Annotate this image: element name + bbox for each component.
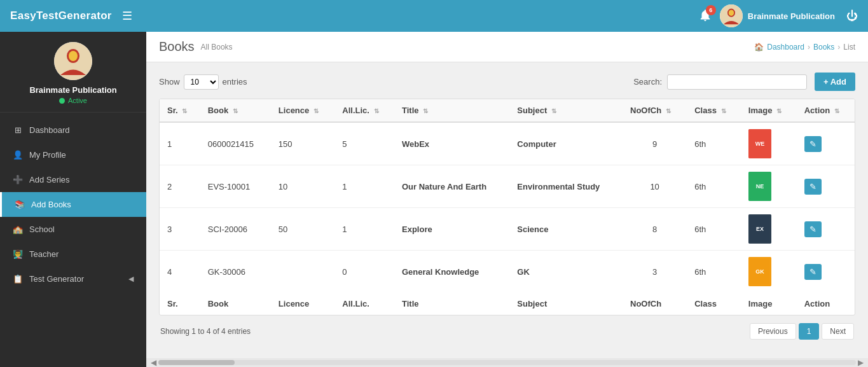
add-button[interactable]: + Add [815, 73, 855, 91]
chevron-left-icon: ◀ [128, 275, 134, 283]
sidebar-item-teacher[interactable]: 👨‍🏫 Teacher [0, 242, 146, 267]
svg-point-2 [729, 10, 734, 16]
breadcrumb-dashboard-link[interactable]: Dashboard [767, 43, 804, 52]
content-area: Show 10 25 50 100 entries Search: + Add [146, 62, 868, 358]
sidebar-status: Active [59, 97, 87, 104]
cell-sr: 4 [160, 251, 200, 293]
cell-action: ✎ [797, 208, 855, 251]
search-label: Search: [633, 77, 662, 87]
page-title-area: Books All Books [159, 39, 233, 54]
breadcrumb-current: List [843, 43, 855, 52]
col-class[interactable]: Class ⇅ [687, 99, 741, 122]
cell-action: ✎ [797, 122, 855, 165]
horizontal-scrollbar[interactable]: ◀ ▶ [146, 358, 868, 367]
cell-all-lic: 1 [334, 208, 394, 251]
teacher-icon: 👨‍🏫 [13, 249, 23, 259]
table-header-row: Sr. ⇅ Book ⇅ Licence ⇅ All.Lic. ⇅ Title … [160, 99, 855, 122]
cell-sr: 1 [160, 122, 200, 165]
notifications-bell[interactable]: 6 [698, 8, 712, 24]
sidebar-item-addbooks[interactable]: 📚 Add Books [0, 192, 146, 217]
col-subject[interactable]: Subject ⇅ [509, 99, 623, 122]
profile-icon: 👤 [13, 150, 23, 160]
sidebar-nav: ⊞ Dashboard 👤 My Profile ➕ Add Series 📚 … [0, 113, 146, 367]
edit-button[interactable]: ✎ [804, 136, 822, 152]
cell-image: WE [741, 122, 797, 165]
entries-select[interactable]: 10 25 50 100 [184, 74, 219, 90]
cell-licence: 150 [271, 122, 334, 165]
edit-button[interactable]: ✎ [804, 264, 822, 280]
col-noofch[interactable]: NoOfCh ⇅ [623, 99, 687, 122]
cell-action: ✎ [797, 165, 855, 208]
footer-image: Image [741, 293, 797, 315]
table-footer: Showing 1 to 4 of 4 entries Previous 1 N… [159, 323, 855, 340]
sidebar-item-myprofile[interactable]: 👤 My Profile [0, 142, 146, 167]
next-button[interactable]: Next [822, 323, 854, 340]
scroll-right-arrow[interactable]: ▶ [856, 358, 865, 367]
table-row: 3 SCI-20006 50 1 Explore Science 8 6th E… [160, 208, 855, 251]
sidebar-item-addseries[interactable]: ➕ Add Series [0, 167, 146, 192]
hamburger-icon[interactable]: ☰ [122, 9, 132, 23]
footer-book: Book [200, 293, 271, 315]
show-entries: Show 10 25 50 100 entries [159, 74, 247, 90]
power-icon[interactable]: ⏻ [846, 10, 858, 23]
cell-book: GK-30006 [200, 251, 271, 293]
col-image[interactable]: Image ⇅ [741, 99, 797, 122]
col-sr: Sr. ⇅ [160, 99, 200, 122]
cell-noofch: 8 [623, 208, 687, 251]
cell-image: EX [741, 208, 797, 251]
book-image: GK [748, 257, 771, 286]
topnav-right: 6 Brainmate Publication ⏻ [698, 4, 858, 27]
cell-subject: Environmental Study [509, 165, 623, 208]
sidebar-item-school[interactable]: 🏫 School [0, 217, 146, 242]
cell-all-lic: 5 [334, 122, 394, 165]
cell-book: SCI-20006 [200, 208, 271, 251]
page-1-button[interactable]: 1 [799, 323, 820, 340]
search-area: Search: [633, 74, 807, 90]
table-row: 2 EVS-10001 10 1 Our Nature And Earth En… [160, 165, 855, 208]
sidebar-profile: Brainmate Publication Active [0, 32, 146, 113]
sidebar-item-label: Dashboard [29, 125, 70, 135]
top-navigation: EasyTestGenerator ☰ 6 Brainmate Publicat… [0, 0, 868, 32]
status-dot [59, 98, 65, 104]
topnav-avatar [720, 4, 743, 27]
edit-button[interactable]: ✎ [804, 179, 822, 195]
sidebar: Brainmate Publication Active ⊞ Dashboard… [0, 32, 146, 367]
sidebar-item-testgenerator[interactable]: 📋 Test Generator ◀ [0, 267, 146, 291]
search-input[interactable] [667, 74, 807, 90]
col-title[interactable]: Title ⇅ [394, 99, 509, 122]
cell-class: 6th [687, 208, 741, 251]
sidebar-item-dashboard[interactable]: ⊞ Dashboard [0, 118, 146, 142]
cell-all-lic: 0 [334, 251, 394, 293]
col-all-lic[interactable]: All.Lic. ⇅ [334, 99, 394, 122]
cell-book: EVS-10001 [200, 165, 271, 208]
books-table: Sr. ⇅ Book ⇅ Licence ⇅ All.Lic. ⇅ Title … [160, 99, 855, 315]
col-licence[interactable]: Licence ⇅ [271, 99, 334, 122]
cell-title: Explore [394, 208, 509, 251]
table-controls: Show 10 25 50 100 entries Search: + Add [159, 73, 855, 91]
cell-image: GK [741, 251, 797, 293]
topnav-left: EasyTestGenerator ☰ [10, 9, 132, 23]
cell-action: ✎ [797, 251, 855, 293]
cell-subject: Science [509, 208, 623, 251]
breadcrumb: 🏠 Dashboard › Books › List [754, 43, 855, 52]
footer-noofch: NoOfCh [623, 293, 687, 315]
svg-text:NE: NE [756, 183, 764, 190]
cell-class: 6th [687, 165, 741, 208]
svg-text:WE: WE [755, 141, 765, 147]
scrollbar-track[interactable] [158, 360, 856, 365]
scroll-left-arrow[interactable]: ◀ [149, 358, 158, 367]
breadcrumb-books-link[interactable]: Books [813, 43, 834, 52]
books-table-wrapper: Sr. ⇅ Book ⇅ Licence ⇅ All.Lic. ⇅ Title … [159, 99, 855, 315]
cell-title: WebEx [394, 122, 509, 165]
user-menu[interactable]: Brainmate Publication [720, 4, 835, 27]
scrollbar-thumb[interactable] [158, 360, 235, 365]
previous-button[interactable]: Previous [750, 323, 796, 340]
edit-button[interactable]: ✎ [804, 221, 822, 237]
sidebar-username: Brainmate Publication [29, 85, 116, 95]
breadcrumb-separator: › [808, 43, 810, 52]
footer-licence: Licence [271, 293, 334, 315]
cell-noofch: 3 [623, 251, 687, 293]
cell-subject: GK [509, 251, 623, 293]
col-action[interactable]: Action ⇅ [797, 99, 855, 122]
col-book[interactable]: Book ⇅ [200, 99, 271, 122]
